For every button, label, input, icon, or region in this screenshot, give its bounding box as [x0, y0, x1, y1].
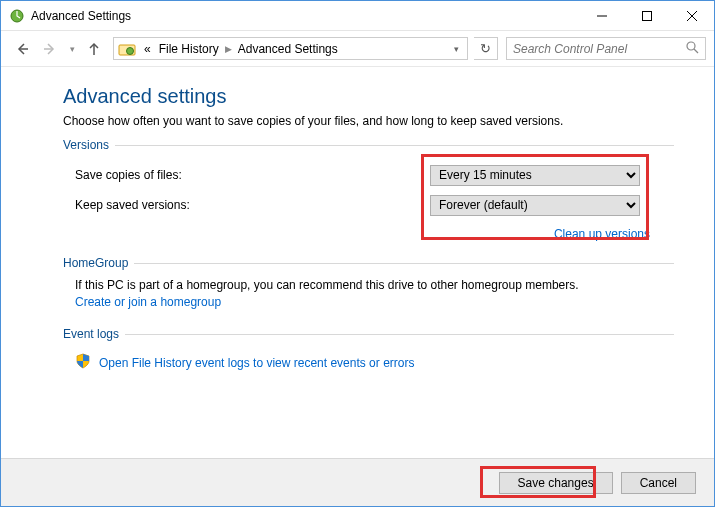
- shield-icon: [75, 353, 91, 373]
- recent-dropdown[interactable]: ▾: [65, 36, 79, 62]
- eventlogs-group-title: Event logs: [63, 327, 119, 341]
- back-button[interactable]: [9, 36, 35, 62]
- divider: [125, 334, 674, 335]
- eventlogs-group: Event logs Open File History event logs …: [63, 327, 674, 375]
- close-button[interactable]: [669, 1, 714, 30]
- cancel-button[interactable]: Cancel: [621, 472, 696, 494]
- divider: [115, 145, 674, 146]
- highlight-annotation: [421, 154, 649, 240]
- maximize-button[interactable]: [624, 1, 669, 30]
- save-copies-label: Save copies of files:: [75, 168, 430, 182]
- window-title: Advanced Settings: [31, 9, 131, 23]
- svg-line-11: [694, 49, 698, 53]
- search-input[interactable]: [513, 42, 686, 56]
- app-icon: [9, 8, 25, 24]
- versions-group-title: Versions: [63, 138, 109, 152]
- breadcrumb-prefix: «: [140, 42, 155, 56]
- search-box[interactable]: [506, 37, 706, 60]
- keep-versions-label: Keep saved versions:: [75, 198, 430, 212]
- page-subtext: Choose how often you want to save copies…: [63, 114, 674, 128]
- up-button[interactable]: [81, 36, 107, 62]
- chevron-right-icon: ▶: [223, 44, 234, 54]
- eventlogs-link[interactable]: Open File History event logs to view rec…: [99, 356, 414, 370]
- folder-icon: [118, 40, 136, 58]
- content-area: Advanced settings Choose how often you w…: [1, 67, 714, 375]
- breadcrumb-item[interactable]: Advanced Settings: [234, 42, 342, 56]
- svg-point-10: [687, 42, 695, 50]
- address-dropdown[interactable]: ▾: [447, 44, 465, 54]
- homegroup-group: HomeGroup If this PC is part of a homegr…: [63, 256, 674, 311]
- refresh-button[interactable]: ↻: [474, 37, 498, 60]
- search-icon: [686, 41, 699, 57]
- versions-group: Versions Save copies of files: Every 15 …: [63, 138, 674, 244]
- page-heading: Advanced settings: [63, 85, 674, 108]
- footer: Save changes Cancel: [1, 458, 714, 506]
- minimize-button[interactable]: [579, 1, 624, 30]
- titlebar: Advanced Settings: [1, 1, 714, 31]
- svg-rect-2: [642, 11, 651, 20]
- homegroup-text: If this PC is part of a homegroup, you c…: [75, 278, 666, 292]
- divider: [134, 263, 674, 264]
- svg-point-9: [127, 47, 134, 54]
- address-bar[interactable]: « File History ▶ Advanced Settings ▾: [113, 37, 468, 60]
- homegroup-link[interactable]: Create or join a homegroup: [75, 295, 666, 309]
- forward-button[interactable]: [37, 36, 63, 62]
- highlight-annotation: [480, 466, 596, 498]
- breadcrumb-item[interactable]: File History: [155, 42, 223, 56]
- navbar: ▾ « File History ▶ Advanced Settings ▾ ↻: [1, 31, 714, 67]
- homegroup-group-title: HomeGroup: [63, 256, 128, 270]
